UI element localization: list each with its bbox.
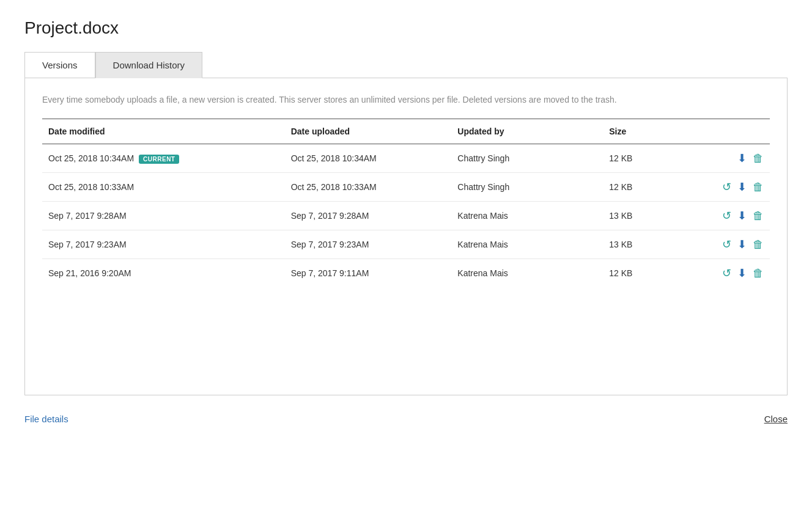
cell-actions: ⬇🗑: [679, 144, 770, 173]
cell-date-uploaded: Oct 25, 2018 10:33AM: [285, 173, 452, 202]
cell-date-modified: Oct 25, 2018 10:34AMCURRENT: [42, 144, 285, 173]
download-icon[interactable]: ⬇: [737, 268, 747, 279]
versions-table-wrapper[interactable]: Date modified Date uploaded Updated by S…: [42, 119, 770, 287]
footer: File details Close: [24, 414, 788, 424]
file-details-link[interactable]: File details: [24, 414, 68, 424]
cell-updated-by: Katrena Mais: [451, 230, 603, 259]
cell-size: 13 KB: [603, 202, 679, 230]
table-row: Oct 25, 2018 10:34AMCURRENTOct 25, 2018 …: [42, 144, 770, 173]
download-icon[interactable]: ⬇: [737, 182, 747, 193]
cell-actions: ↺⬇🗑: [679, 173, 770, 202]
table-header-row: Date modified Date uploaded Updated by S…: [42, 119, 770, 144]
cell-actions: ↺⬇🗑: [679, 259, 770, 288]
table-row: Sep 21, 2016 9:20AMSep 7, 2017 9:11AMKat…: [42, 259, 770, 288]
delete-icon[interactable]: 🗑: [753, 182, 764, 193]
cell-date-uploaded: Sep 7, 2017 9:11AM: [285, 259, 452, 288]
close-link[interactable]: Close: [764, 414, 788, 424]
cell-size: 12 KB: [603, 259, 679, 288]
cell-size: 13 KB: [603, 230, 679, 259]
cell-date-modified: Sep 21, 2016 9:20AM: [42, 259, 285, 288]
col-header-size: Size: [603, 119, 679, 144]
col-header-updated-by: Updated by: [451, 119, 603, 144]
page-title: Project.docx: [24, 18, 788, 38]
cell-actions: ↺⬇🗑: [679, 230, 770, 259]
versions-table: Date modified Date uploaded Updated by S…: [42, 119, 770, 287]
current-badge: CURRENT: [139, 155, 179, 164]
download-icon[interactable]: ⬇: [737, 210, 747, 221]
tab-versions[interactable]: Versions: [24, 52, 95, 78]
cell-date-uploaded: Oct 25, 2018 10:34AM: [285, 144, 452, 173]
cell-date-uploaded: Sep 7, 2017 9:28AM: [285, 202, 452, 230]
cell-updated-by: Katrena Mais: [451, 259, 603, 288]
cell-date-uploaded: Sep 7, 2017 9:23AM: [285, 230, 452, 259]
col-header-actions: [679, 119, 770, 144]
cell-size: 12 KB: [603, 144, 679, 173]
delete-icon[interactable]: 🗑: [753, 153, 764, 164]
delete-icon[interactable]: 🗑: [753, 268, 764, 279]
delete-icon[interactable]: 🗑: [753, 239, 764, 250]
restore-icon[interactable]: ↺: [722, 182, 731, 193]
download-icon[interactable]: ⬇: [737, 153, 747, 164]
cell-updated-by: Chattry Singh: [451, 173, 603, 202]
restore-icon[interactable]: ↺: [722, 268, 731, 279]
cell-actions: ↺⬇🗑: [679, 202, 770, 230]
table-row: Oct 25, 2018 10:33AMOct 25, 2018 10:33AM…: [42, 173, 770, 202]
tab-download-history[interactable]: Download History: [95, 52, 203, 78]
table-row: Sep 7, 2017 9:23AMSep 7, 2017 9:23AMKatr…: [42, 230, 770, 259]
description-text: Every time somebody uploads a file, a ne…: [42, 93, 745, 106]
cell-updated-by: Katrena Mais: [451, 202, 603, 230]
restore-icon[interactable]: ↺: [722, 239, 731, 250]
cell-size: 12 KB: [603, 173, 679, 202]
col-header-date-uploaded: Date uploaded: [285, 119, 452, 144]
cell-updated-by: Chattry Singh: [451, 144, 603, 173]
restore-icon[interactable]: ↺: [722, 210, 731, 221]
panel-content: Every time somebody uploads a file, a ne…: [24, 78, 788, 395]
tabs-container: Versions Download History: [24, 51, 788, 78]
download-icon[interactable]: ⬇: [737, 239, 747, 250]
col-header-date-modified: Date modified: [42, 119, 285, 144]
delete-icon[interactable]: 🗑: [753, 210, 764, 221]
table-row: Sep 7, 2017 9:28AMSep 7, 2017 9:28AMKatr…: [42, 202, 770, 230]
cell-date-modified: Oct 25, 2018 10:33AM: [42, 173, 285, 202]
cell-date-modified: Sep 7, 2017 9:23AM: [42, 230, 285, 259]
cell-date-modified: Sep 7, 2017 9:28AM: [42, 202, 285, 230]
